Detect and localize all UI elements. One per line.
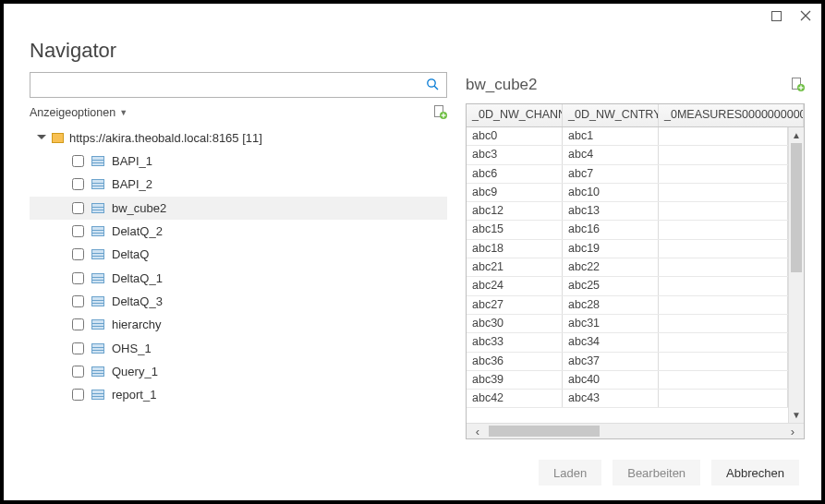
tree-item-label: OHS_1 xyxy=(112,342,152,355)
tree-item[interactable]: OHS_1 xyxy=(30,336,447,359)
folder-icon xyxy=(52,133,64,143)
tree-item[interactable]: report_1 xyxy=(30,383,447,406)
table-row[interactable]: abc24abc25 xyxy=(467,277,788,295)
tree-item[interactable]: DeltaQ_3 xyxy=(30,290,447,313)
table-row[interactable]: abc21abc22 xyxy=(467,258,788,277)
add-sheet-icon[interactable] xyxy=(790,78,805,92)
table-cell: abc33 xyxy=(467,333,563,351)
table-icon xyxy=(91,343,104,354)
tree-root[interactable]: https://akira.theobald.local:8165 [11] xyxy=(30,126,447,150)
table-cell xyxy=(659,333,788,351)
column-header[interactable]: _0D_NW_CNTRY xyxy=(563,104,659,126)
grid-body: abc0abc1abc3abc4abc6abc7abc9abc10abc12ab… xyxy=(467,127,788,423)
tree-item[interactable]: Query_1 xyxy=(30,360,447,383)
column-header[interactable]: _0D_NW_CHANN xyxy=(467,104,563,126)
tree-item-checkbox[interactable] xyxy=(72,202,84,214)
table-icon xyxy=(91,203,104,213)
table-cell: abc13 xyxy=(563,202,659,220)
table-cell xyxy=(659,221,788,238)
table-cell: abc1 xyxy=(563,127,659,145)
table-row[interactable]: abc0abc1 xyxy=(467,127,788,146)
maximize-button[interactable] xyxy=(770,9,783,22)
tree-item-checkbox[interactable] xyxy=(72,342,84,354)
tree-item-checkbox[interactable] xyxy=(72,389,84,401)
scroll-thumb[interactable] xyxy=(791,143,802,272)
table-cell xyxy=(659,277,788,294)
table-cell: abc9 xyxy=(467,184,563,201)
table-cell: abc43 xyxy=(563,390,659,407)
add-sheet-icon[interactable] xyxy=(432,105,447,120)
tree-item-checkbox[interactable] xyxy=(72,178,84,190)
tree-item-checkbox[interactable] xyxy=(72,366,84,378)
tree-item-label: Query_1 xyxy=(112,365,158,378)
table-row[interactable]: abc36abc37 xyxy=(467,353,788,371)
root-label: https://akira.theobald.local:8165 [11] xyxy=(69,131,262,145)
tree-item-checkbox[interactable] xyxy=(72,318,84,330)
table-cell: abc16 xyxy=(563,221,659,238)
table-row[interactable]: abc9abc10 xyxy=(467,184,788,202)
table-cell: abc10 xyxy=(563,184,659,201)
scroll-right-icon[interactable]: › xyxy=(782,425,804,438)
table-row[interactable]: abc12abc13 xyxy=(467,202,788,221)
scroll-up-icon[interactable]: ▲ xyxy=(789,127,804,143)
tree-item[interactable]: BAPI_1 xyxy=(30,150,447,173)
tree-item[interactable]: DeltaQ xyxy=(30,243,447,266)
table-row[interactable]: abc27abc28 xyxy=(467,296,788,315)
table-cell: abc15 xyxy=(467,221,563,238)
table-cell xyxy=(659,390,788,407)
table-cell xyxy=(659,258,788,276)
table-cell: abc7 xyxy=(563,165,659,183)
table-cell: abc27 xyxy=(467,296,563,314)
edit-button[interactable]: Bearbeiten xyxy=(613,460,700,486)
table-cell: abc36 xyxy=(467,353,563,370)
table-row[interactable]: abc42abc43 xyxy=(467,390,788,408)
tree-item[interactable]: bw_cube2 xyxy=(30,197,447,220)
tree-item-checkbox[interactable] xyxy=(72,295,84,307)
tree-item[interactable]: hierarchy xyxy=(30,313,447,336)
tree-item-checkbox[interactable] xyxy=(72,248,84,260)
display-options-label: Anzeigeoptionen xyxy=(30,106,115,119)
column-header[interactable]: _0MEASURES0000000000000 xyxy=(659,104,804,126)
table-cell xyxy=(659,127,788,145)
tree-item[interactable]: BAPI_2 xyxy=(30,173,447,196)
display-options-dropdown[interactable]: Anzeigeoptionen ▼ xyxy=(30,106,127,119)
table-cell xyxy=(659,315,788,332)
close-button[interactable] xyxy=(799,9,812,22)
table-icon xyxy=(91,296,104,306)
load-button[interactable]: Laden xyxy=(539,460,601,486)
tree-item[interactable]: DeltaQ_1 xyxy=(30,266,447,289)
table-row[interactable]: abc30abc31 xyxy=(467,315,788,333)
tree-item-checkbox[interactable] xyxy=(72,155,84,167)
tree-item-checkbox[interactable] xyxy=(72,272,84,284)
horizontal-scrollbar[interactable]: ‹ › xyxy=(467,423,804,438)
table-icon xyxy=(91,390,104,400)
tree-item-checkbox[interactable] xyxy=(72,225,84,237)
vertical-scrollbar[interactable]: ▲ ▼ xyxy=(788,127,804,423)
tree-item-label: DeltaQ_3 xyxy=(112,294,163,308)
nav-tree: https://akira.theobald.local:8165 [11] B… xyxy=(30,126,447,439)
chevron-down-icon: ▼ xyxy=(119,108,127,117)
tree-item[interactable]: DelatQ_2 xyxy=(30,220,447,243)
table-row[interactable]: abc3abc4 xyxy=(467,146,788,164)
scroll-down-icon[interactable]: ▼ xyxy=(789,407,804,423)
cancel-button[interactable]: Abbrechen xyxy=(711,460,799,486)
scroll-thumb-horizontal[interactable] xyxy=(489,426,600,437)
search-box[interactable] xyxy=(30,72,447,98)
table-cell: abc22 xyxy=(563,258,659,276)
table-row[interactable]: abc39abc40 xyxy=(467,371,788,390)
table-icon xyxy=(91,273,104,283)
search-icon[interactable] xyxy=(422,78,443,93)
table-icon xyxy=(91,156,104,166)
table-row[interactable]: abc33abc34 xyxy=(467,333,788,352)
scroll-left-icon[interactable]: ‹ xyxy=(467,425,489,438)
tree-item-label: bw_cube2 xyxy=(112,201,166,215)
table-icon xyxy=(91,226,104,236)
table-row[interactable]: abc6abc7 xyxy=(467,165,788,184)
tree-item-label: BAPI_2 xyxy=(112,177,152,191)
svg-line-4 xyxy=(434,86,438,90)
search-input[interactable] xyxy=(36,78,422,93)
table-cell: abc34 xyxy=(563,333,659,351)
table-row[interactable]: abc15abc16 xyxy=(467,221,788,239)
table-row[interactable]: abc18abc19 xyxy=(467,240,788,258)
table-cell: abc24 xyxy=(467,277,563,294)
